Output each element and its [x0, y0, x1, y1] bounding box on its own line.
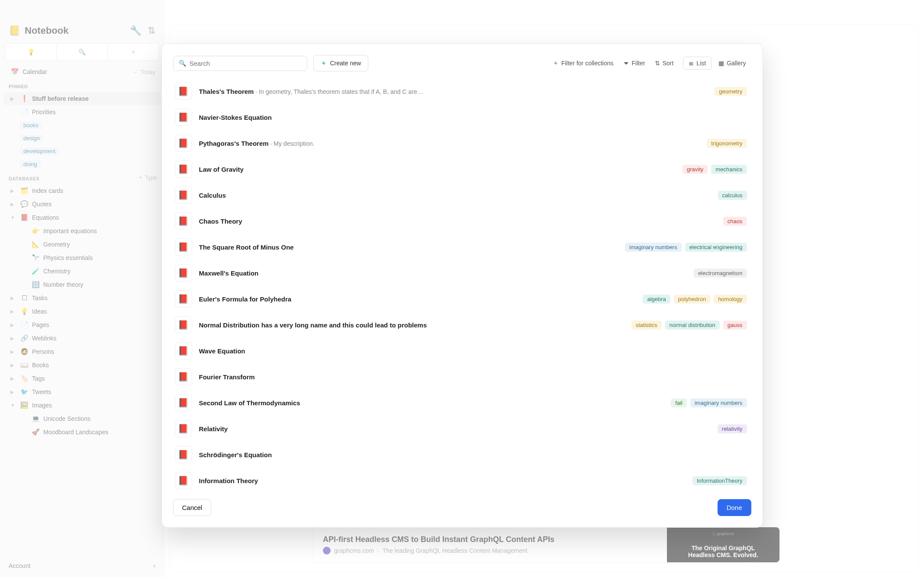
result-row[interactable]: 📕Chaos Theorychaos — [173, 208, 749, 234]
row-tags: statisticsnormal distributiongauss — [631, 321, 747, 330]
result-row[interactable]: 📕Second Law of Thermodynamicsfailimagina… — [173, 390, 749, 416]
modal-footer: Cancel Done — [173, 499, 751, 516]
picker-modal: 🔍 ＋ Create new ＋ Filter for collections … — [161, 43, 763, 528]
plus-small-icon: ＋ — [553, 59, 559, 67]
row-title: Wave Equation — [199, 347, 245, 355]
book-icon: 📕 — [175, 394, 192, 411]
row-title: Fourier Transform — [199, 373, 255, 381]
book-icon: 📕 — [175, 212, 192, 230]
row-tags: InformationTheory — [692, 476, 747, 485]
tag-badge: InformationTheory — [692, 476, 747, 485]
row-title: Chaos Theory — [199, 218, 242, 225]
results-list[interactable]: 📕Thales's Theorem · In geometry, Thales'… — [173, 78, 751, 491]
book-icon: 📕 — [175, 420, 192, 437]
row-tags: imaginary numberselectrical engineering — [625, 243, 747, 252]
row-title: Schrödinger's Equation — [199, 451, 272, 458]
filter-icon: ⏷ — [623, 60, 629, 67]
result-row[interactable]: 📕Thales's Theorem · In geometry, Thales'… — [173, 78, 749, 104]
result-row[interactable]: 📕Euler's Formula for Polyhedraalgebrapol… — [173, 286, 749, 312]
search-input[interactable] — [190, 60, 302, 67]
row-title: Pythagoras's Theorem — [199, 140, 269, 147]
done-button[interactable]: Done — [718, 499, 751, 516]
tag-badge: gravity — [683, 165, 708, 174]
search-icon: 🔍 — [179, 60, 186, 67]
create-label: Create new — [330, 60, 361, 67]
tag-badge: homology — [714, 295, 747, 304]
row-tags: algebrapolyhedronhomology — [643, 295, 747, 304]
search-field[interactable]: 🔍 — [173, 56, 307, 71]
result-row[interactable]: 📕Fourier Transform — [173, 364, 749, 390]
tag-badge: mechanics — [711, 165, 747, 174]
tag-badge: imaginary numbers — [690, 398, 747, 407]
row-tags: geometry — [715, 87, 747, 96]
book-icon: 📕 — [175, 264, 192, 282]
book-icon: 📕 — [175, 109, 192, 126]
tag-badge: statistics — [631, 321, 662, 330]
row-title: Relativity — [199, 425, 228, 433]
result-row[interactable]: 📕Law of Gravitygravitymechanics — [173, 156, 749, 182]
result-row[interactable]: 📕Schrödinger's Equation — [173, 442, 749, 468]
tag-badge: relativity — [718, 424, 747, 433]
book-icon: 📕 — [175, 368, 192, 385]
row-title: Law of Gravity — [199, 166, 244, 173]
row-title: Thales's Theorem — [199, 88, 254, 95]
view-toggle: ≣ List ▦ Gallery — [683, 57, 751, 70]
tag-badge: algebra — [643, 295, 670, 304]
tag-badge: trigonometry — [707, 139, 747, 148]
row-desc: · My description. — [269, 140, 315, 147]
result-row[interactable]: 📕Calculuscalculus — [173, 182, 749, 208]
row-title: Maxwell's Equation — [199, 269, 259, 277]
tag-badge: chaos — [723, 217, 747, 226]
result-row[interactable]: 📕Pythagoras's Theorem · My description.t… — [173, 130, 749, 156]
tag-badge: gauss — [723, 321, 747, 330]
row-title: Second Law of Thermodynamics — [199, 399, 300, 407]
filter-button[interactable]: ⏷ Filter — [623, 60, 645, 67]
result-row[interactable]: 📕Information TheoryInformationTheory — [173, 468, 749, 491]
result-row[interactable]: 📕The Square Root of Minus Oneimaginary n… — [173, 234, 749, 260]
tag-badge: polyhedron — [674, 295, 710, 304]
row-tags: trigonometry — [707, 139, 747, 148]
tag-badge: calculus — [718, 191, 747, 200]
row-tags: calculus — [718, 191, 747, 200]
row-title: Navier-Stokes Equation — [199, 114, 272, 121]
modal-overlay: 🔍 ＋ Create new ＋ Filter for collections … — [0, 0, 924, 577]
sort-button[interactable]: ⇅ Sort — [655, 60, 674, 67]
plus-icon: ＋ — [321, 59, 327, 67]
book-icon: 📕 — [175, 290, 192, 308]
result-row[interactable]: 📕Navier-Stokes Equation — [173, 104, 749, 130]
tag-badge: electrical engineering — [685, 243, 747, 252]
result-row[interactable]: 📕Normal Distribution has a very long nam… — [173, 312, 749, 338]
row-title: Information Theory — [199, 477, 258, 484]
book-icon: 📕 — [175, 186, 192, 204]
result-row[interactable]: 📕Relativityrelativity — [173, 416, 749, 442]
tag-badge: imaginary numbers — [625, 243, 682, 252]
book-icon: 📕 — [175, 446, 192, 463]
sort-icon: ⇅ — [655, 60, 660, 67]
filter-collections-button[interactable]: ＋ Filter for collections — [553, 59, 614, 67]
modal-toolbar: 🔍 ＋ Create new ＋ Filter for collections … — [173, 55, 751, 71]
book-icon: 📕 — [175, 472, 192, 489]
book-icon: 📕 — [175, 83, 192, 100]
row-title: Normal Distribution has a very long name… — [199, 321, 427, 329]
row-title: Calculus — [199, 192, 226, 199]
view-gallery-button[interactable]: ▦ Gallery — [713, 57, 751, 69]
cancel-button[interactable]: Cancel — [173, 499, 212, 516]
row-tags: electromagnetism — [694, 269, 747, 278]
book-icon: 📕 — [175, 238, 192, 256]
view-list-button[interactable]: ≣ List — [683, 57, 712, 70]
row-tags: relativity — [718, 424, 747, 433]
tag-badge: normal distribution — [665, 321, 720, 330]
list-icon: ≣ — [689, 60, 694, 67]
row-title: Euler's Formula for Polyhedra — [199, 295, 292, 303]
tag-badge: fail — [671, 398, 687, 407]
row-tags: gravitymechanics — [683, 165, 747, 174]
row-desc: · In geometry, Thales's theorem states t… — [254, 88, 423, 95]
book-icon: 📕 — [175, 160, 192, 178]
grid-icon: ▦ — [718, 60, 724, 67]
book-icon: 📕 — [175, 316, 192, 333]
row-title: The Square Root of Minus One — [199, 244, 294, 251]
row-tags: failimaginary numbers — [671, 398, 747, 407]
result-row[interactable]: 📕Wave Equation — [173, 338, 749, 364]
result-row[interactable]: 📕Maxwell's Equationelectromagnetism — [173, 260, 749, 286]
create-new-button[interactable]: ＋ Create new — [313, 55, 369, 71]
